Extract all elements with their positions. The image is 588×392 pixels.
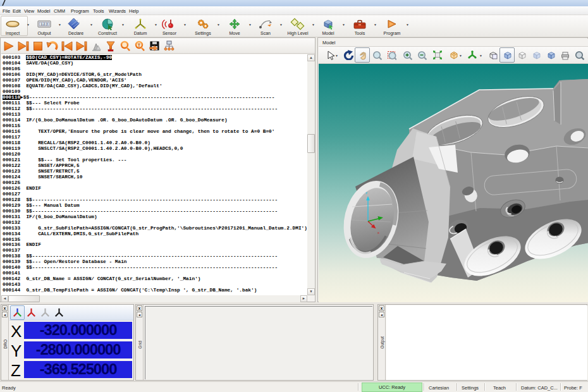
svg-text:T: T bbox=[138, 43, 141, 47]
svg-text:z: z bbox=[365, 191, 367, 195]
svg-text:1.2.3: 1.2.3 bbox=[40, 22, 47, 26]
svg-text:x: x bbox=[377, 231, 379, 235]
